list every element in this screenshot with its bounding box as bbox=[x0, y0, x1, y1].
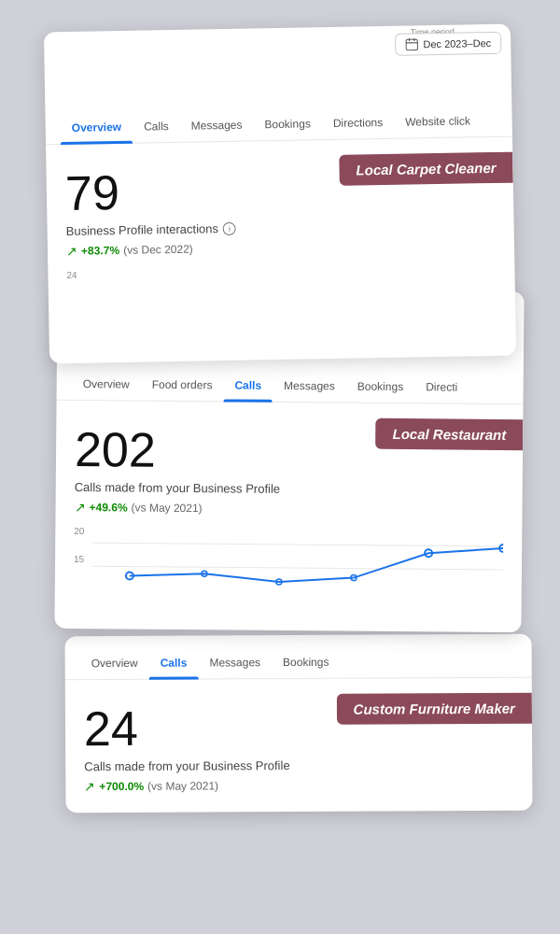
time-period-badge[interactable]: Dec 2023–Dec bbox=[395, 32, 501, 56]
trend-arrow-icon: ↗ bbox=[66, 244, 77, 259]
tab-bookings[interactable]: Bookings bbox=[346, 371, 415, 403]
tab-directions[interactable]: Directi bbox=[414, 371, 469, 403]
time-period-text: Dec 2023–Dec bbox=[423, 37, 491, 50]
business-label: Custom Furniture Maker bbox=[336, 693, 532, 725]
tab-bookings[interactable]: Bookings bbox=[272, 646, 341, 678]
tab-calls[interactable]: Calls bbox=[149, 647, 199, 679]
metric-label: Business Profile interactions i bbox=[66, 217, 496, 238]
tab-website[interactable]: Website click bbox=[394, 105, 482, 138]
card-body: Local Carpet Cleaner 79 Business Profile… bbox=[46, 137, 516, 364]
chart-y-label: 24 bbox=[66, 270, 77, 280]
card-furniture: Overview Calls Messages Bookings Custom … bbox=[65, 634, 533, 814]
svg-rect-0 bbox=[406, 39, 417, 50]
svg-line-8 bbox=[92, 543, 503, 546]
change-indicator: ↗ +83.7% (vs Dec 2022) bbox=[66, 236, 496, 259]
trend-arrow-icon: ↗ bbox=[84, 779, 95, 794]
tab-bookings[interactable]: Bookings bbox=[253, 107, 322, 140]
business-label: Local Carpet Cleaner bbox=[339, 152, 513, 186]
info-icon[interactable]: i bbox=[223, 222, 236, 235]
tab-calls[interactable]: Calls bbox=[133, 110, 180, 143]
nav-tabs: Overview Food orders Calls Messages Book… bbox=[57, 368, 524, 404]
tab-food[interactable]: Food orders bbox=[141, 369, 224, 402]
change-value: +83.7% bbox=[81, 244, 119, 258]
change-value: +700.0% bbox=[99, 780, 144, 793]
metric-label: Calls made from your Business Profile bbox=[75, 480, 504, 498]
nav-tabs: Overview Calls Messages Bookings bbox=[65, 645, 532, 681]
change-indicator: ↗ +700.0% (vs May 2021) bbox=[84, 777, 513, 794]
change-indicator: ↗ +49.6% (vs May 2021) bbox=[74, 500, 503, 518]
calendar-icon bbox=[405, 37, 418, 50]
tab-messages[interactable]: Messages bbox=[273, 370, 346, 403]
change-vs: (vs May 2021) bbox=[147, 780, 218, 793]
tab-overview[interactable]: Overview bbox=[80, 647, 149, 679]
card-carpet-cleaner: Time period Dec 2023–Dec Overview Calls … bbox=[44, 24, 516, 364]
business-label: Local Restaurant bbox=[375, 418, 523, 450]
card-header: Time period Dec 2023–Dec bbox=[44, 24, 511, 79]
tab-calls[interactable]: Calls bbox=[223, 369, 273, 401]
calls-chart bbox=[92, 533, 504, 602]
change-value: +49.6% bbox=[89, 501, 127, 514]
tab-overview[interactable]: Overview bbox=[60, 111, 133, 144]
svg-line-9 bbox=[92, 566, 503, 570]
tab-messages[interactable]: Messages bbox=[179, 108, 253, 141]
chart-y-label-2: 15 bbox=[74, 554, 84, 564]
chart-area: 20 15 bbox=[74, 526, 504, 614]
tab-messages[interactable]: Messages bbox=[198, 646, 272, 678]
tab-overview[interactable]: Overview bbox=[72, 368, 141, 401]
trend-arrow-icon: ↗ bbox=[74, 500, 85, 515]
chart-area: 24 bbox=[66, 262, 497, 345]
change-vs: (vs May 2021) bbox=[132, 502, 203, 516]
metric-label: Calls made from your Business Profile bbox=[84, 757, 513, 773]
tab-directions[interactable]: Directions bbox=[322, 106, 395, 139]
card-body: Custom Furniture Maker 24 Calls made fro… bbox=[65, 678, 533, 814]
chart-y-label-1: 20 bbox=[74, 526, 84, 536]
card-body: Local Restaurant 202 Calls made from you… bbox=[54, 401, 523, 633]
change-vs: (vs Dec 2022) bbox=[123, 243, 193, 257]
